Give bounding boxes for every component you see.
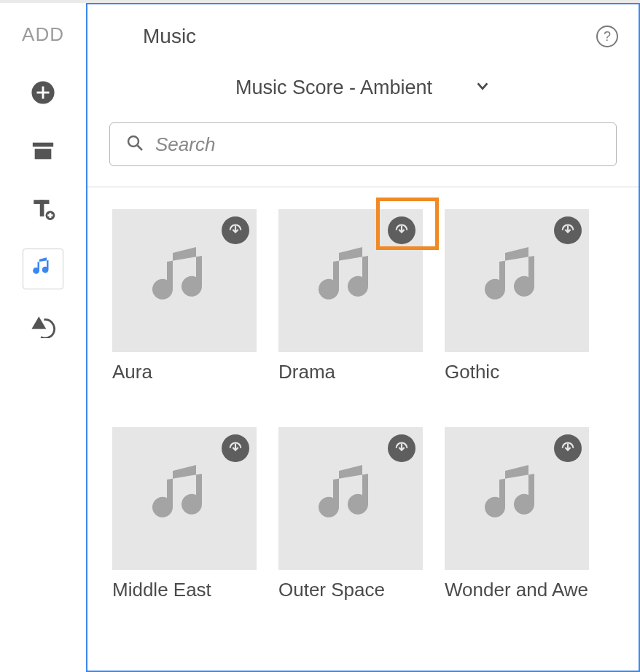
download-button[interactable]	[388, 434, 415, 462]
svg-rect-6	[40, 200, 44, 216]
tile-label: Gothic	[445, 361, 589, 383]
tile-thumbnail	[278, 209, 423, 352]
download-button[interactable]	[554, 216, 582, 244]
plus-circle-icon	[31, 80, 55, 108]
music-note-icon	[482, 462, 552, 535]
tile-label: Wonder and Awe	[445, 579, 589, 601]
cloud-download-icon	[560, 439, 576, 458]
sidebar-heading: ADD	[22, 23, 64, 46]
music-note-icon	[316, 244, 386, 317]
panel-header: Music ?	[87, 4, 639, 69]
cloud-download-icon	[227, 221, 243, 240]
archive-icon	[31, 138, 55, 166]
cloud-download-icon	[227, 439, 243, 458]
tile-label: Outer Space	[278, 579, 423, 601]
sidebar-item-archive[interactable]	[23, 132, 63, 173]
category-dropdown[interactable]: Music Score - Ambient	[109, 69, 617, 106]
svg-rect-4	[35, 149, 52, 159]
tile-label: Aura	[112, 361, 257, 383]
music-tile[interactable]: Middle East	[112, 427, 257, 601]
cloud-download-icon	[394, 221, 410, 240]
tile-thumbnail	[112, 427, 257, 570]
tile-label: Drama	[278, 361, 423, 383]
svg-marker-10	[31, 316, 46, 329]
search-icon	[122, 134, 154, 155]
download-button[interactable]	[554, 434, 582, 462]
cloud-download-icon	[394, 439, 410, 458]
music-panel: Music ? Music Score - Ambient AuraDramaG…	[86, 3, 640, 672]
download-button[interactable]	[222, 216, 249, 244]
music-tile[interactable]: Aura	[112, 209, 257, 383]
sidebar-item-music[interactable]	[23, 249, 63, 289]
svg-rect-3	[33, 143, 53, 147]
shape-rotate-icon	[31, 313, 55, 341]
download-button[interactable]	[222, 434, 249, 462]
download-button[interactable]	[388, 216, 415, 244]
tile-thumbnail	[112, 209, 257, 352]
sidebar-item-transform[interactable]	[23, 307, 63, 348]
tile-thumbnail	[445, 209, 589, 352]
sidebar-item-add[interactable]	[23, 74, 63, 114]
music-tile[interactable]: Drama	[278, 209, 423, 383]
music-note-icon	[316, 462, 386, 535]
panel-title: Music	[143, 25, 596, 48]
music-tile[interactable]: Wonder and Awe	[445, 427, 589, 601]
dropdown-selected-label: Music Score - Ambient	[235, 77, 432, 99]
close-button[interactable]	[108, 26, 130, 47]
music-note-icon	[149, 462, 219, 535]
sidebar-item-text[interactable]	[23, 190, 63, 231]
svg-point-13	[128, 136, 138, 146]
chevron-down-icon	[475, 77, 491, 99]
text-add-icon	[31, 197, 55, 224]
tile-thumbnail	[278, 427, 423, 570]
music-note-icon	[482, 244, 552, 317]
music-tile[interactable]: Outer Space	[278, 427, 423, 601]
help-icon: ?	[604, 29, 611, 44]
svg-line-14	[137, 145, 142, 150]
svg-rect-2	[37, 92, 50, 94]
music-tile-grid: AuraDramaGothicMiddle EastOuter SpaceWon…	[87, 187, 639, 623]
search-field	[109, 122, 617, 166]
music-tile[interactable]: Gothic	[445, 209, 589, 383]
svg-rect-9	[47, 214, 52, 216]
music-note-icon	[149, 244, 219, 317]
search-input[interactable]	[154, 133, 604, 157]
tile-thumbnail	[445, 427, 589, 570]
cloud-download-icon	[560, 221, 576, 240]
help-button[interactable]: ?	[596, 26, 618, 47]
tile-label: Middle East	[112, 579, 257, 601]
music-note-icon	[32, 257, 54, 281]
sidebar: ADD	[0, 3, 86, 672]
